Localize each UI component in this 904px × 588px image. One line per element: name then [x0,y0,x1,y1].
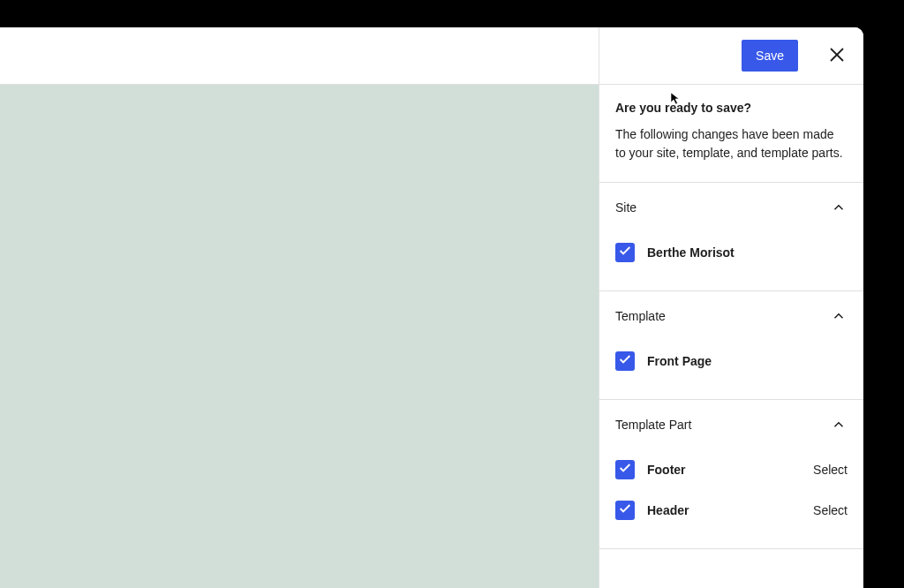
section-header-template[interactable]: Template [599,291,863,341]
section-header-site[interactable]: Site [599,183,863,232]
panel-header: Save [599,27,863,85]
section-site: Site Berthe Morisot [599,183,863,291]
check-icon [618,461,632,479]
save-panel: Save Are you ready to save? The followin… [599,27,863,588]
select-button[interactable]: Select [813,503,848,517]
check-icon [618,352,632,370]
list-item: Header Select [615,490,848,531]
section-items: Front Page [599,341,863,399]
list-item: Berthe Morisot [615,232,848,273]
list-item: Front Page [615,341,848,381]
save-button[interactable]: Save [742,40,798,72]
item-label: Front Page [647,354,848,368]
section-items: Footer Select Header Select [599,449,863,548]
section-template: Template Front Page [599,291,863,400]
close-button[interactable] [823,41,851,72]
section-title: Site [615,200,637,215]
chevron-up-icon [830,416,848,433]
close-icon [826,44,848,68]
section-template-part: Template Part Foote [599,400,863,549]
section-items: Berthe Morisot [599,232,863,290]
checkbox[interactable] [615,351,635,371]
chevron-up-icon [830,307,848,325]
check-icon [618,244,632,261]
app-frame: Preview Save Are you ready to save? The … [0,27,863,588]
item-label: Header [647,503,801,517]
panel-description: The following changes have been made to … [615,125,848,162]
item-label: Footer [647,463,801,477]
checkbox[interactable] [615,501,635,520]
select-button[interactable]: Select [813,463,848,477]
section-title: Template [615,309,666,323]
section-header-template-part[interactable]: Template Part [599,400,863,449]
check-icon [618,501,632,519]
checkbox[interactable] [615,460,635,479]
panel-title: Are you ready to save? [615,101,848,115]
chevron-up-icon [830,199,848,216]
checkbox[interactable] [615,243,635,262]
panel-intro: Are you ready to save? The following cha… [599,85,863,183]
item-label: Berthe Morisot [647,245,848,260]
list-item: Footer Select [615,449,848,490]
section-title: Template Part [615,418,691,432]
